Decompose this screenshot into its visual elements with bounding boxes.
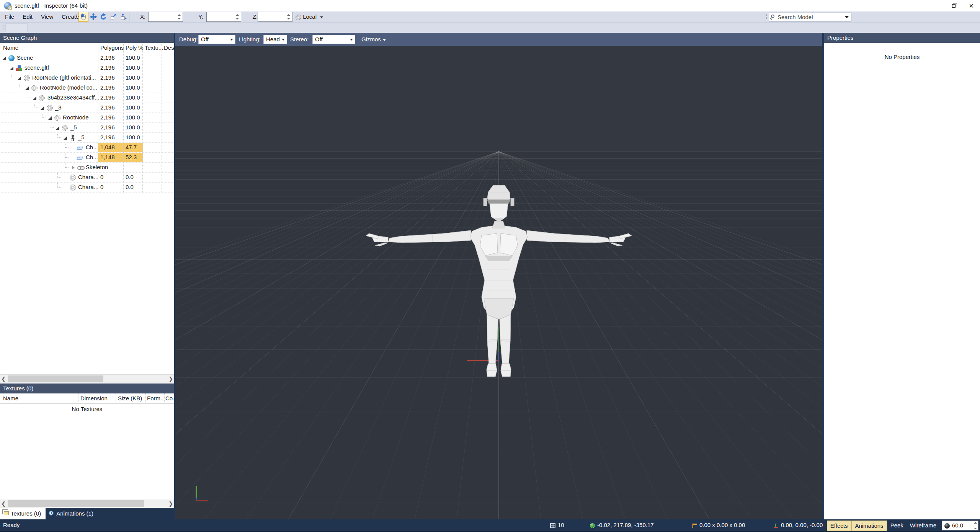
expander-open-icon[interactable] [41, 106, 44, 110]
stereo-combo[interactable]: Off [312, 35, 355, 44]
spin-up-icon[interactable] [287, 14, 290, 16]
col-polypct[interactable]: Poly % [126, 44, 144, 51]
node-label: Scene [17, 54, 33, 61]
textures-hscrollbar[interactable]: ❮ ❯ [0, 499, 174, 508]
scroll-right-arrow[interactable]: ❯ [167, 375, 174, 383]
tree-row-ch-[interactable]: Ch...1,04847.7 [0, 143, 174, 153]
tree-row-chara-[interactable]: Chara...00.0 [0, 183, 174, 193]
col-desc[interactable]: Desc [164, 44, 174, 51]
properties-header: Properties [824, 33, 980, 43]
node-label: scene.gltf [24, 64, 49, 71]
gizmos-dropdown[interactable]: Gizmos [361, 33, 386, 46]
tab-textures-0-[interactable]: Textures (0) [0, 508, 46, 519]
toggle-wireframe[interactable]: Wireframe [907, 521, 939, 531]
col-name[interactable]: Name [3, 44, 18, 51]
col-polygons[interactable]: Polygons [100, 44, 124, 51]
tree-row--5[interactable]: _52,196100.0 [0, 123, 174, 133]
expander-open-icon[interactable] [56, 126, 59, 130]
search-model-combo[interactable]: Search Model [769, 13, 851, 21]
fps-arrows[interactable] [974, 522, 977, 529]
tree-row--5[interactable]: _52,196100.0 [0, 133, 174, 143]
coordinate-space-dropdown[interactable]: Local [296, 11, 323, 22]
mouse-tool-button[interactable] [78, 12, 88, 22]
x-axis-spinner[interactable] [176, 13, 182, 21]
scale-tool-button[interactable] [108, 12, 118, 22]
spin-down-icon[interactable] [236, 18, 239, 20]
gizmos-label: Gizmos [361, 36, 381, 42]
column-divider [78, 393, 78, 404]
x-axis-input[interactable] [148, 12, 183, 22]
3d-scene [175, 46, 822, 519]
z-axis-spinner[interactable] [286, 13, 291, 21]
node-label: 364b238e3c434cff... [47, 94, 100, 101]
viewport-canvas[interactable] [175, 46, 822, 519]
expander-open-icon[interactable] [18, 77, 21, 80]
spin-up-icon[interactable] [236, 14, 239, 16]
menu-view[interactable]: View [37, 11, 57, 22]
scroll-thumb[interactable] [8, 500, 144, 507]
scroll-left-arrow[interactable]: ❮ [0, 499, 7, 508]
scroll-right-arrow[interactable]: ❯ [167, 499, 174, 508]
toolbar2-grip[interactable] [2, 24, 4, 31]
scene-graph-hscrollbar[interactable]: ❮ ❯ [0, 374, 174, 383]
expander-open-icon[interactable] [64, 136, 67, 140]
expander-open-icon[interactable] [48, 116, 52, 120]
place-tool-button[interactable] [118, 12, 128, 22]
tex-col-name[interactable]: Name [3, 395, 18, 401]
toggle-effects[interactable]: Effects [827, 521, 851, 531]
restore-button[interactable] [945, 0, 962, 11]
expander-open-icon[interactable] [2, 57, 6, 60]
minimize-button[interactable] [927, 0, 945, 11]
move-tool-button[interactable] [88, 12, 98, 22]
tree-row-ch-[interactable]: Ch...1,14852.3 [0, 153, 174, 163]
expander-open-icon[interactable] [33, 96, 36, 100]
tree-row-chara-[interactable]: Chara...00.0 [0, 173, 174, 183]
tree-row-scene[interactable]: Scene2,196100.0 [0, 53, 174, 63]
fps-spinner[interactable]: 60.0 [942, 521, 978, 530]
y-axis-spinner[interactable] [235, 13, 240, 21]
y-axis-input[interactable] [206, 12, 241, 22]
toolbar-grip[interactable] [76, 13, 77, 20]
no-properties-text: No Properties [824, 54, 980, 60]
rotate-tool-button[interactable] [98, 12, 108, 22]
clock-icon [49, 511, 54, 516]
bounds-status: 0.00 x 0.00 x 0.00 [692, 519, 745, 531]
tree-row-rootnode-gltf-orientati-[interactable]: RootNode (gltf orientati...2,196100.0 [0, 73, 174, 83]
tex-col-co[interactable]: Co... [165, 395, 174, 401]
tree-row-364b238e3c434cff-[interactable]: 364b238e3c434cff...2,196100.0 [0, 93, 174, 103]
debug-combo[interactable]: Off [198, 35, 235, 44]
z-axis-input[interactable] [258, 12, 292, 22]
scene-graph-header: Scene Graph [0, 33, 174, 43]
tree-row--3[interactable]: _32,196100.0 [0, 103, 174, 113]
close-button[interactable]: × [962, 0, 980, 11]
expander-open-icon[interactable] [25, 86, 29, 90]
tree-guide [57, 173, 61, 178]
spin-down-icon[interactable] [974, 528, 977, 529]
tex-col-size[interactable]: Size (KB) [118, 395, 142, 401]
lighting-combo[interactable]: Head [263, 35, 287, 44]
restore-icon [952, 4, 956, 8]
menu-edit[interactable]: Edit [18, 11, 37, 22]
tree-row-rootnode-model-co-[interactable]: RootNode (model co...2,196100.0 [0, 83, 174, 93]
toggle-animations[interactable]: Animations [851, 521, 887, 531]
expander-closed-icon[interactable] [72, 166, 75, 170]
menu-file[interactable]: File [1, 11, 18, 22]
tree-row-rootnode[interactable]: RootNode2,196100.0 [0, 113, 174, 123]
tex-col-dimension[interactable]: Dimension [80, 395, 108, 401]
expander-open-icon[interactable] [10, 67, 13, 70]
tab-animations-1-[interactable]: Animations (1) [46, 508, 98, 519]
tree-row-skeleton[interactable]: Skeleton [0, 163, 174, 173]
spin-up-icon[interactable] [974, 522, 977, 524]
search-grip[interactable] [766, 13, 767, 20]
spin-down-icon[interactable] [287, 18, 290, 20]
spin-up-icon[interactable] [178, 14, 181, 16]
spin-down-icon[interactable] [178, 18, 181, 20]
toggle-peek[interactable]: Peek [887, 521, 906, 531]
search-dropdown-arrow[interactable] [845, 16, 849, 18]
column-divider [123, 43, 124, 193]
tree-row-scene-gltf[interactable]: scene.gltf2,196100.0 [0, 63, 174, 73]
scroll-left-arrow[interactable]: ❮ [0, 375, 7, 383]
col-textures[interactable]: Textu... [145, 44, 163, 51]
tex-col-format[interactable]: Form... [147, 395, 165, 401]
scroll-thumb[interactable] [8, 375, 103, 382]
